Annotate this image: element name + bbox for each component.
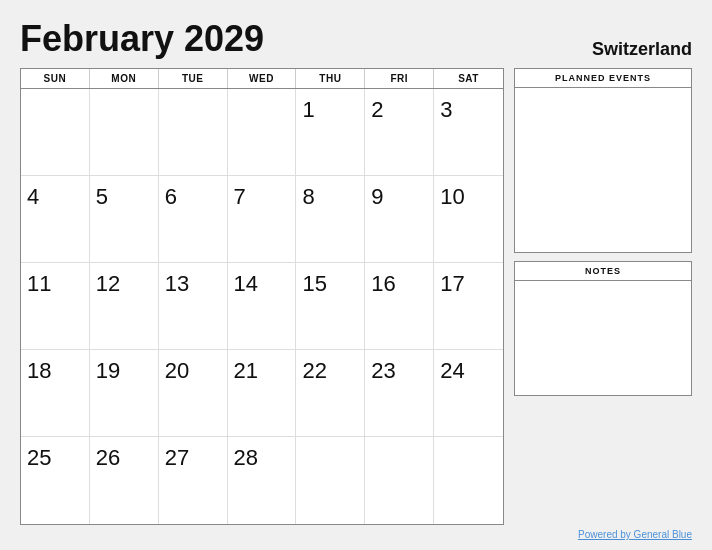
day-cell-11: 11 — [21, 263, 90, 350]
header: February 2029 Switzerland — [20, 18, 692, 60]
footer-link[interactable]: Powered by General Blue — [20, 529, 692, 540]
day-cell-24: 24 — [434, 350, 503, 437]
day-cell-17: 17 — [434, 263, 503, 350]
day-cell-14: 14 — [228, 263, 297, 350]
day-header-thu: THU — [296, 69, 365, 88]
day-cell-8: 8 — [296, 176, 365, 263]
events-panel-header: PLANNED EVENTS — [515, 69, 691, 88]
day-cell-1: 1 — [296, 89, 365, 176]
day-cell-28: 28 — [228, 437, 297, 524]
day-cell-22: 22 — [296, 350, 365, 437]
day-cell-21: 21 — [228, 350, 297, 437]
day-cell-empty — [21, 89, 90, 176]
country-title: Switzerland — [592, 39, 692, 60]
day-cell-6: 6 — [159, 176, 228, 263]
day-cell-2: 2 — [365, 89, 434, 176]
notes-panel-body — [515, 281, 691, 395]
events-panel: PLANNED EVENTS — [514, 68, 692, 253]
day-headers: SUN MON TUE WED THU FRI SAT — [21, 69, 503, 89]
right-section: PLANNED EVENTS NOTES — [514, 68, 692, 525]
day-cell-18: 18 — [21, 350, 90, 437]
main-area: SUN MON TUE WED THU FRI SAT 1 2 3 4 5 — [20, 68, 692, 525]
day-header-tue: TUE — [159, 69, 228, 88]
day-cell-13: 13 — [159, 263, 228, 350]
day-cell-25: 25 — [21, 437, 90, 524]
calendar-page: February 2029 Switzerland SUN MON TUE WE… — [0, 0, 712, 550]
notes-panel-header: NOTES — [515, 262, 691, 281]
day-cell-15: 15 — [296, 263, 365, 350]
notes-panel: NOTES — [514, 261, 692, 396]
day-header-sun: SUN — [21, 69, 90, 88]
day-cell-26: 26 — [90, 437, 159, 524]
day-cell-9: 9 — [365, 176, 434, 263]
day-cell-27: 27 — [159, 437, 228, 524]
day-header-sat: SAT — [434, 69, 503, 88]
day-cell-7: 7 — [228, 176, 297, 263]
day-cell-empty — [159, 89, 228, 176]
events-panel-body — [515, 88, 691, 252]
day-cell-16: 16 — [365, 263, 434, 350]
day-cell-4: 4 — [21, 176, 90, 263]
calendar-grid: 1 2 3 4 5 6 7 8 9 10 11 12 13 14 15 16 1… — [21, 89, 503, 524]
day-cell-empty — [434, 437, 503, 524]
day-cell-empty — [296, 437, 365, 524]
day-cell-10: 10 — [434, 176, 503, 263]
day-header-mon: MON — [90, 69, 159, 88]
day-cell-empty — [228, 89, 297, 176]
day-cell-12: 12 — [90, 263, 159, 350]
day-cell-3: 3 — [434, 89, 503, 176]
day-cell-5: 5 — [90, 176, 159, 263]
day-cell-19: 19 — [90, 350, 159, 437]
day-cell-20: 20 — [159, 350, 228, 437]
day-header-fri: FRI — [365, 69, 434, 88]
day-header-wed: WED — [228, 69, 297, 88]
month-title: February 2029 — [20, 18, 264, 60]
calendar-section: SUN MON TUE WED THU FRI SAT 1 2 3 4 5 — [20, 68, 504, 525]
day-cell-23: 23 — [365, 350, 434, 437]
day-cell-empty — [365, 437, 434, 524]
day-cell-empty — [90, 89, 159, 176]
